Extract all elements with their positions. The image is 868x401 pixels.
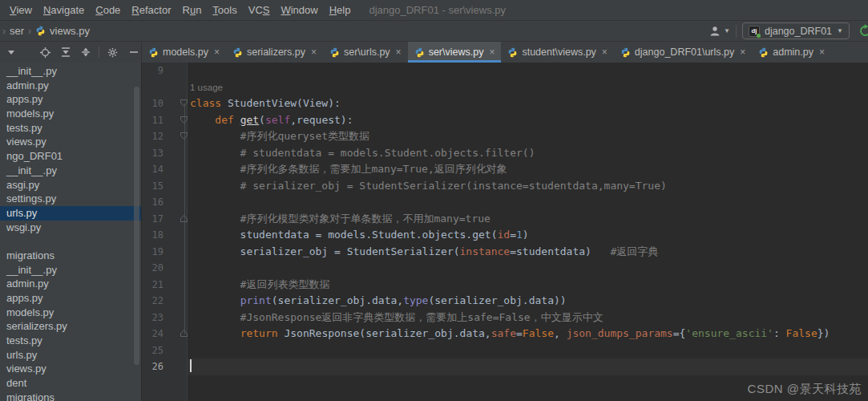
tree-item-admin-py[interactable]: admin.py — [0, 277, 141, 291]
tree-item-migrations[interactable]: migrations — [0, 391, 141, 401]
run-configuration-select[interactable]: dj django_DRF01 ▼ — [742, 22, 850, 39]
line-number: 23 — [142, 310, 164, 326]
code-text[interactable]: #JsonResponse返回非字典类型数据，需要加上safe=False，中文… — [190, 310, 868, 326]
fold-region-end-icon[interactable] — [180, 329, 188, 338]
code-text[interactable]: print(serializer_obj.data,type(serialize… — [190, 293, 868, 310]
code-editor[interactable]: 91 usage10class StudentView(View):11 def… — [142, 63, 868, 401]
tree-item-admin-py[interactable]: admin.py — [0, 79, 141, 93]
tab-ser-views-py[interactable]: ser\views.py× — [408, 42, 502, 63]
tab-admin-py[interactable]: admin.py× — [752, 42, 831, 63]
tab-student-views-py[interactable]: student\views.py× — [501, 42, 613, 63]
hide-panel-icon[interactable] — [119, 47, 139, 58]
tree-item--init-py[interactable]: __init__.py — [0, 164, 141, 178]
menu-run[interactable]: Run — [177, 4, 208, 16]
tree-item-apps-py[interactable]: apps.py — [0, 291, 141, 306]
tree-item-settings-py[interactable]: settings.py — [0, 192, 141, 206]
python-file-icon — [758, 47, 769, 58]
view-options-dropdown-icon[interactable] — [0, 48, 15, 56]
breadcrumb-item-views[interactable]: views.py — [50, 25, 90, 37]
tree-item-models-py[interactable]: models.py — [0, 306, 141, 320]
tree-item-apps-py[interactable]: apps.py — [0, 92, 141, 107]
menu-code[interactable]: Code — [90, 4, 126, 16]
tree-item-ngo-drf01[interactable]: ngo_DRF01 — [0, 149, 141, 164]
close-tab-icon[interactable]: × — [396, 47, 402, 58]
tree-item-serializers-py[interactable]: serializers.py — [0, 319, 141, 334]
tab-models-py[interactable]: models.py× — [142, 42, 226, 63]
menu-navigate[interactable]: Navigate — [38, 4, 90, 16]
project-tree: __init__.pyadmin.pyapps.pymodels.pytests… — [0, 63, 142, 401]
tree-item-asgi-py[interactable]: asgi.py — [0, 178, 141, 192]
tree-item-urls-py[interactable]: urls.py — [0, 348, 141, 363]
tab-django-drf01-urls-py[interactable]: django_DRF01\urls.py× — [614, 42, 752, 63]
collapse-all-icon[interactable] — [71, 47, 91, 58]
tree-item-dent[interactable]: dent — [0, 376, 141, 391]
code-line-16: 16 — [142, 194, 868, 211]
line-number: 10 — [142, 95, 164, 112]
fold-region-start-icon[interactable] — [180, 115, 188, 124]
tree-item--init-py[interactable]: __init__.py — [0, 64, 141, 79]
menu-vcs[interactable]: VCS — [243, 4, 276, 16]
code-text[interactable] — [190, 358, 868, 375]
code-text[interactable]: #返回列表类型数据 — [190, 277, 868, 294]
tree-item-wsgi-py[interactable]: wsgi.py — [0, 221, 141, 235]
tab-label: serializers.py — [247, 47, 305, 58]
fold-region-start-icon[interactable] — [180, 132, 188, 140]
breadcrumb-item-ser[interactable]: ser — [10, 25, 24, 37]
code-text[interactable]: #序列化模型类对象对于单条数据，不用加many=true — [190, 211, 868, 228]
code-text[interactable]: 1 usage — [190, 79, 868, 96]
menu-tools[interactable]: Tools — [207, 4, 242, 16]
fold-region-end-icon[interactable] — [180, 214, 188, 223]
project-tree-scrollbar[interactable] — [134, 87, 139, 365]
code-text[interactable] — [190, 194, 868, 211]
menu-refactor[interactable]: Refactor — [126, 4, 176, 16]
tab-serializers-py[interactable]: serializers.py× — [226, 42, 323, 63]
code-text[interactable]: # studentdata = models.Student.objects.f… — [190, 145, 868, 162]
tree-item-tests-py[interactable]: tests.py — [0, 121, 141, 136]
menu-view[interactable]: View — [4, 4, 38, 16]
code-text[interactable]: serializer_obj = StudentSerializer(insta… — [190, 244, 868, 261]
code-text[interactable]: studentdata = models.Student.objects.get… — [190, 227, 868, 244]
tree-item-models-py[interactable]: models.py — [0, 107, 141, 121]
locate-file-icon[interactable] — [15, 47, 51, 59]
fold-region-start-icon[interactable] — [180, 99, 188, 107]
tree-item--init-py[interactable]: __init__.py — [0, 263, 141, 277]
close-tab-icon[interactable]: × — [819, 47, 825, 58]
menu-help[interactable]: Help — [324, 4, 357, 16]
code-text[interactable]: class StudentView(View): — [190, 95, 868, 112]
code-text[interactable]: return JsonResponse(serializer_obj.data,… — [190, 326, 868, 342]
chevron-down-icon: ▼ — [724, 27, 730, 34]
code-text[interactable] — [190, 260, 868, 277]
code-text[interactable]: #序列化queryset类型数据 — [190, 128, 868, 145]
tree-item-views-py[interactable]: views.py — [0, 362, 141, 376]
user-account-button[interactable]: ▼ — [709, 25, 730, 38]
line-number: 14 — [142, 161, 164, 178]
menu-bar: ViewNavigateCodeRefactorRunToolsVCSWindo… — [0, 0, 868, 21]
run-configuration-label: django_DRF01 — [765, 26, 832, 37]
menu-window[interactable]: Window — [275, 4, 323, 16]
close-tab-icon[interactable]: × — [311, 47, 317, 58]
tab-label: ser\views.py — [429, 47, 484, 58]
close-tab-icon[interactable]: × — [489, 47, 495, 58]
code-line-14: 14 #序列化多条数据，需要加上many=True,返回序列化对象 — [142, 161, 868, 178]
line-number: 16 — [142, 194, 164, 211]
line-number: 15 — [142, 178, 164, 195]
close-tab-icon[interactable]: × — [602, 47, 608, 58]
python-file-icon — [620, 47, 631, 58]
expand-all-icon[interactable] — [51, 47, 71, 58]
code-text[interactable]: def get(self,request): — [190, 112, 868, 129]
code-text[interactable]: #序列化多条数据，需要加上many=True,返回序列化对象 — [190, 161, 868, 178]
tree-item-migrations[interactable]: migrations — [0, 249, 141, 263]
settings-gear-icon[interactable] — [99, 47, 119, 59]
code-text[interactable] — [190, 63, 868, 79]
divider — [736, 25, 737, 38]
close-tab-icon[interactable]: × — [740, 47, 745, 58]
tab-ser-urls-py[interactable]: ser\urls.py× — [323, 42, 408, 63]
tree-item-urls-py[interactable]: urls.py — [0, 206, 141, 221]
usages-hint[interactable]: 1 usage — [190, 83, 223, 92]
tree-item-views-py[interactable]: views.py — [0, 135, 141, 149]
rerun-button[interactable] — [858, 24, 868, 38]
code-text[interactable] — [190, 342, 868, 359]
code-text[interactable]: # serializer_obj = StudentSerializer(ins… — [190, 178, 868, 195]
tree-item-tests-py[interactable]: tests.py — [0, 334, 141, 348]
close-tab-icon[interactable]: × — [214, 47, 220, 58]
